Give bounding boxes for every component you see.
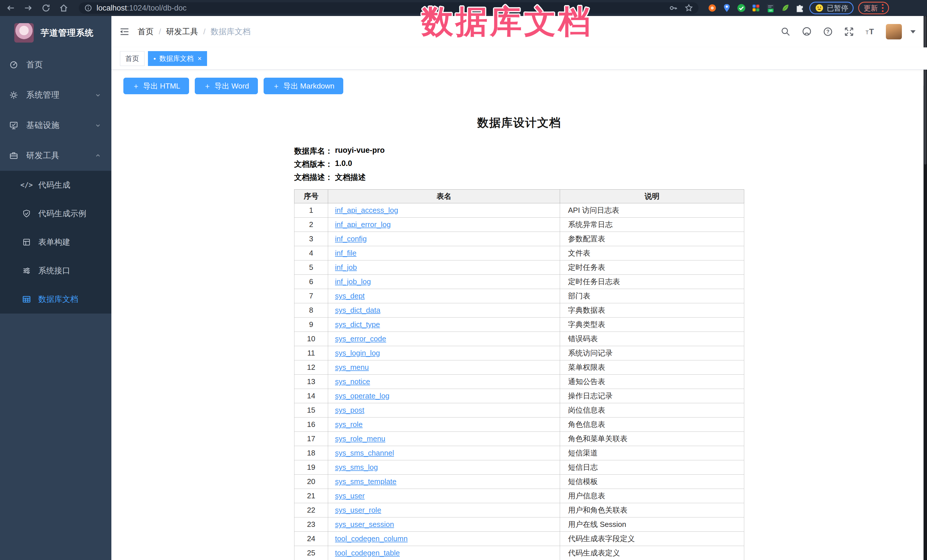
sidebar-item-system-api[interactable]: 系统接口	[0, 256, 111, 285]
table-name-link[interactable]: sys_role	[335, 420, 363, 429]
table-name-link[interactable]: tool_codegen_table	[335, 549, 400, 557]
table-name-link[interactable]: inf_job	[335, 263, 357, 272]
paused-badge-label: 已暂停	[827, 3, 848, 13]
table-name-link[interactable]: sys_user_session	[335, 520, 394, 528]
table-name-link[interactable]: sys_dept	[335, 291, 365, 300]
sidebar-item-dev-tools[interactable]: 研发工具	[0, 141, 111, 171]
extension-switch-on-icon[interactable]: on	[765, 3, 776, 13]
table-name-link[interactable]: inf_api_error_log	[335, 220, 391, 229]
table-name-link[interactable]: sys_login_log	[335, 349, 380, 357]
row-table-name-cell: sys_user_role	[328, 503, 560, 518]
row-description: 字典类型表	[560, 317, 744, 332]
row-index: 2	[295, 218, 328, 232]
sidebar-item-codegen-example[interactable]: 代码生成示例	[0, 199, 111, 228]
extension-leaf-icon[interactable]	[780, 3, 790, 13]
table-name-link[interactable]: inf_api_access_log	[335, 206, 398, 214]
scrollbar-thumb[interactable]	[924, 16, 926, 164]
github-icon[interactable]	[801, 26, 812, 37]
table-name-link[interactable]: sys_dict_type	[335, 320, 380, 329]
chevron-down-icon	[94, 91, 102, 99]
help-icon[interactable]: ?	[822, 26, 833, 37]
avatar[interactable]	[886, 24, 902, 39]
extension-orange-icon[interactable]	[707, 3, 717, 13]
row-index: 3	[295, 232, 328, 246]
table-row: 10sys_error_code错误码表	[295, 332, 744, 346]
table-name-link[interactable]: inf_config	[335, 234, 367, 243]
extension-puzzle-icon[interactable]	[795, 3, 805, 13]
row-index: 17	[295, 432, 328, 446]
table-name-link[interactable]: sys_user	[335, 492, 365, 500]
row-index: 12	[295, 360, 328, 375]
table-name-link[interactable]: sys_operate_log	[335, 392, 389, 400]
table-name-link[interactable]: sys_user_role	[335, 506, 381, 514]
plus-icon: ＋	[132, 81, 140, 91]
sidebar-item-label: 数据库文档	[38, 294, 78, 305]
address-bar[interactable]: localhost:1024/tool/db-doc	[79, 2, 699, 14]
row-description: 岗位信息表	[560, 403, 744, 417]
bookmark-star-icon[interactable]	[684, 3, 693, 12]
browser-back-icon[interactable]	[5, 2, 17, 14]
table-row: 23sys_user_session用户在线 Session	[295, 518, 744, 532]
browser-menu-dots-icon[interactable]	[882, 4, 884, 12]
tab-database-doc[interactable]: ● 数据库文档 ×	[148, 51, 207, 66]
sidebar-item-label: 首页	[26, 59, 43, 71]
breadcrumb-home[interactable]: 首页	[138, 26, 153, 37]
table-name-link[interactable]: inf_file	[335, 249, 356, 257]
avatar-caret-down-icon[interactable]	[910, 30, 916, 33]
sidebar-item-database-doc[interactable]: 数据库文档	[0, 285, 111, 314]
close-tab-icon[interactable]: ×	[198, 55, 202, 62]
row-index: 9	[295, 317, 328, 332]
sidebar-item-home[interactable]: 首页	[0, 50, 111, 80]
browser-home-icon[interactable]	[58, 2, 70, 14]
breadcrumb-dev-tools[interactable]: 研发工具	[166, 26, 198, 37]
row-description: API 访问日志表	[560, 203, 744, 218]
extension-grid-icon[interactable]	[751, 3, 761, 13]
search-icon[interactable]	[780, 26, 791, 37]
table-row: 21sys_user用户信息表	[295, 489, 744, 503]
export-markdown-button[interactable]: ＋ 导出 Markdown	[264, 78, 343, 94]
sidebar-item-system[interactable]: 系统管理	[0, 80, 111, 110]
row-table-name-cell: sys_dict_data	[328, 303, 560, 317]
table-row: 7sys_dept部门表	[295, 289, 744, 303]
sidebar-item-infrastructure[interactable]: 基础设施	[0, 110, 111, 141]
app-logo-row[interactable]: 芋道管理系统	[0, 16, 111, 50]
sidebar-collapse-icon[interactable]	[118, 26, 131, 38]
doc-version-value: 1.0.0	[335, 159, 352, 169]
table-name-link[interactable]: sys_menu	[335, 363, 369, 372]
window-scrollbar[interactable]	[924, 16, 927, 560]
row-description: 短信渠道	[560, 446, 744, 460]
table-name-link[interactable]: inf_job_log	[335, 277, 371, 286]
fullscreen-icon[interactable]	[843, 26, 854, 37]
table-name-link[interactable]: tool_codegen_column	[335, 534, 407, 543]
table-name-link[interactable]: sys_sms_channel	[335, 449, 394, 457]
extension-pin-icon[interactable]	[722, 3, 732, 13]
row-table-name-cell: inf_job	[328, 260, 560, 275]
font-size-icon[interactable]: TT	[865, 26, 875, 37]
table-row: 25tool_codegen_table代码生成表定义	[295, 546, 744, 560]
table-name-link[interactable]: sys_notice	[335, 377, 370, 386]
row-description: 用户信息表	[560, 489, 744, 503]
sidebar-item-code-generation[interactable]: </> 代码生成	[0, 171, 111, 199]
row-table-name-cell: sys_login_log	[328, 346, 560, 360]
tab-label: 数据库文档	[160, 54, 194, 63]
browser-update-button[interactable]: 更新	[858, 2, 889, 14]
row-description: 角色信息表	[560, 417, 744, 432]
table-name-link[interactable]: sys_error_code	[335, 334, 386, 343]
table-name-link[interactable]: sys_role_menu	[335, 434, 385, 443]
extension-check-icon[interactable]	[736, 3, 746, 13]
sidebar-item-form-builder[interactable]: 表单构建	[0, 228, 111, 256]
extension-paused-badge[interactable]: 已暂停	[809, 2, 854, 14]
export-word-button[interactable]: ＋ 导出 Word	[195, 78, 258, 94]
db-name-label: 数据库名：	[294, 146, 333, 156]
row-description: 定时任务表	[560, 260, 744, 275]
table-name-link[interactable]: sys_sms_template	[335, 477, 397, 486]
site-info-icon[interactable]	[84, 4, 93, 12]
table-name-link[interactable]: sys_post	[335, 406, 365, 414]
export-html-button[interactable]: ＋ 导出 HTML	[123, 78, 189, 94]
table-name-link[interactable]: sys_dict_data	[335, 306, 380, 314]
password-key-icon[interactable]	[669, 3, 678, 12]
browser-reload-icon[interactable]	[40, 2, 52, 14]
table-name-link[interactable]: sys_sms_log	[335, 463, 378, 472]
tab-home[interactable]: 首页	[120, 51, 144, 66]
browser-forward-icon[interactable]	[22, 2, 34, 14]
